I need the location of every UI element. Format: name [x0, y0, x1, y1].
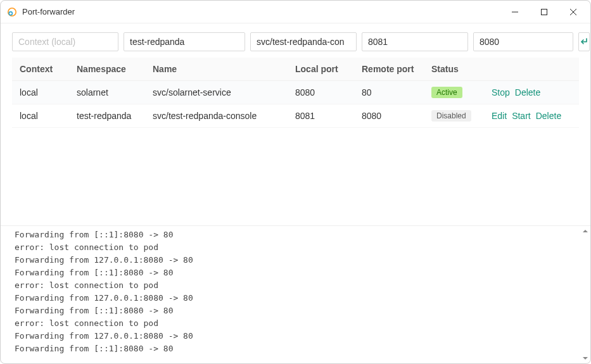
- enter-icon: [579, 37, 589, 47]
- cell-name: svc/solarnet-service: [145, 81, 288, 104]
- header-remote-port[interactable]: Remote port: [354, 58, 424, 81]
- svg-rect-2: [542, 9, 547, 15]
- header-status[interactable]: Status: [424, 58, 484, 81]
- app-window: Port-forwarder: [0, 0, 591, 364]
- edit-action[interactable]: Edit: [492, 111, 507, 121]
- remote-port-input[interactable]: [473, 32, 573, 51]
- header-context[interactable]: Context: [12, 58, 69, 81]
- window-title: Port-forwarder: [22, 7, 75, 16]
- header-name[interactable]: Name: [145, 58, 288, 81]
- app-icon: [7, 7, 17, 17]
- forwards-table: Context Namespace Name Local port Remote…: [12, 58, 579, 128]
- name-input[interactable]: [250, 32, 357, 51]
- submit-button[interactable]: [578, 32, 590, 51]
- forwards-table-wrap: Context Namespace Name Local port Remote…: [1, 58, 590, 128]
- cell-local-port: 8080: [288, 81, 354, 104]
- start-action[interactable]: Start: [512, 111, 531, 121]
- cell-actions: EditStartDelete: [484, 104, 579, 128]
- header-local-port[interactable]: Local port: [288, 58, 354, 81]
- cell-name: svc/test-redpanda-console: [145, 104, 288, 128]
- header-actions: [484, 58, 579, 81]
- cell-namespace: solarnet: [69, 81, 145, 104]
- status-badge: Active: [431, 87, 462, 98]
- delete-action[interactable]: Delete: [536, 111, 561, 121]
- table-header-row: Context Namespace Name Local port Remote…: [12, 58, 579, 81]
- cell-remote-port: 8080: [354, 104, 424, 128]
- cell-context: local: [12, 104, 69, 128]
- namespace-input[interactable]: [124, 32, 245, 51]
- stop-action[interactable]: Stop: [492, 87, 510, 97]
- local-port-input[interactable]: [362, 32, 468, 51]
- cell-status: Disabled: [424, 104, 484, 128]
- titlebar: Port-forwarder: [1, 1, 590, 23]
- close-button[interactable]: [559, 2, 588, 22]
- cell-local-port: 8081: [288, 104, 354, 128]
- cell-actions: StopDelete: [484, 81, 579, 104]
- delete-action[interactable]: Delete: [515, 87, 540, 97]
- cell-namespace: test-redpanda: [69, 104, 145, 128]
- context-input[interactable]: [12, 32, 118, 51]
- cell-remote-port: 80: [354, 81, 424, 104]
- svg-point-1: [9, 11, 12, 15]
- log-output[interactable]: Forwarding from [::1]:8080 -> 80 error: …: [1, 226, 590, 363]
- log-panel: Forwarding from [::1]:8080 -> 80 error: …: [1, 225, 590, 363]
- maximize-button[interactable]: [530, 2, 559, 22]
- header-namespace[interactable]: Namespace: [69, 58, 145, 81]
- status-badge: Disabled: [431, 110, 471, 122]
- cell-context: local: [12, 81, 69, 104]
- minimize-button[interactable]: [500, 2, 530, 22]
- add-forward-form: [1, 23, 590, 58]
- cell-status: Active: [424, 81, 484, 104]
- table-row[interactable]: localsolarnetsvc/solarnet-service808080A…: [12, 81, 579, 104]
- table-row[interactable]: localtest-redpandasvc/test-redpanda-cons…: [12, 104, 579, 128]
